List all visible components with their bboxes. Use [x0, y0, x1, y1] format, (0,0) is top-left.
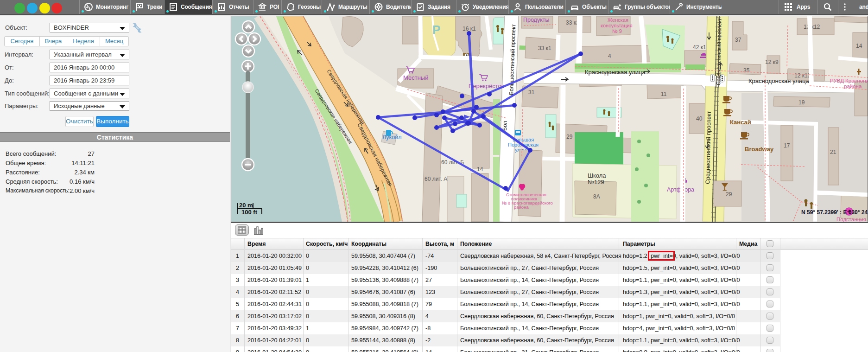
svg-text:4: 4 — [608, 53, 611, 59]
svg-text:29: 29 — [566, 134, 573, 140]
svg-text:20 m: 20 m — [239, 202, 253, 209]
svg-text:N 59° 57.2399' : E 030° 24: N 59° 57.2399' : E 030° 24 — [801, 209, 868, 216]
svg-text:33 к1: 33 к1 — [538, 45, 551, 51]
svg-text:8А: 8А — [593, 193, 600, 200]
svg-text:P: P — [432, 23, 440, 37]
svg-text:29: 29 — [726, 191, 732, 198]
svg-text:16 к1: 16 к1 — [463, 26, 476, 32]
svg-text:35: 35 — [743, 67, 750, 74]
svg-text:14: 14 — [477, 166, 483, 173]
svg-text:Лукойл: Лукойл — [382, 134, 401, 141]
svg-text:консультация: консультация — [601, 23, 633, 28]
svg-text:42 к1: 42 к1 — [693, 44, 706, 51]
svg-text:Подстанция: Подстанция — [836, 217, 866, 222]
svg-text:17: 17 — [784, 142, 790, 149]
svg-text:Местный: Местный — [403, 74, 428, 81]
svg-text:района: района — [514, 205, 529, 210]
svg-text:12 к9: 12 к9 — [765, 59, 779, 65]
svg-text:Кансай: Кансай — [730, 119, 751, 126]
svg-text:№129: №129 — [588, 179, 604, 186]
svg-text:РУВД Красногвар: РУВД Красногвар — [830, 78, 868, 83]
svg-text:100 ft: 100 ft — [241, 209, 258, 216]
svg-text:Школа: Школа — [588, 172, 606, 179]
svg-text:Среднеохтинский проспект: Среднеохтинский проспект — [716, 18, 722, 85]
svg-text:60 лит. А: 60 лит. А — [424, 176, 447, 182]
svg-text:31: 31 — [528, 89, 535, 96]
svg-text:Продукты: Продукты — [523, 17, 549, 23]
svg-text:Среднеохтинский проспект: Среднеохтинский проспект — [704, 111, 712, 184]
svg-text:14: 14 — [856, 43, 862, 49]
svg-text:19: 19 — [798, 99, 805, 106]
svg-text:21: 21 — [830, 149, 836, 155]
svg-text:12 к13: 12 к13 — [794, 72, 811, 79]
svg-text:Broadway: Broadway — [745, 146, 774, 153]
svg-text:Краснодонская улица: Краснодонская улица — [585, 69, 646, 76]
svg-text:Женская: Женская — [608, 17, 628, 23]
svg-text:№ 9: № 9 — [612, 28, 622, 34]
svg-text:11: 11 — [661, 91, 667, 97]
svg-text:40: 40 — [696, 115, 703, 122]
svg-text:37: 37 — [735, 37, 741, 43]
